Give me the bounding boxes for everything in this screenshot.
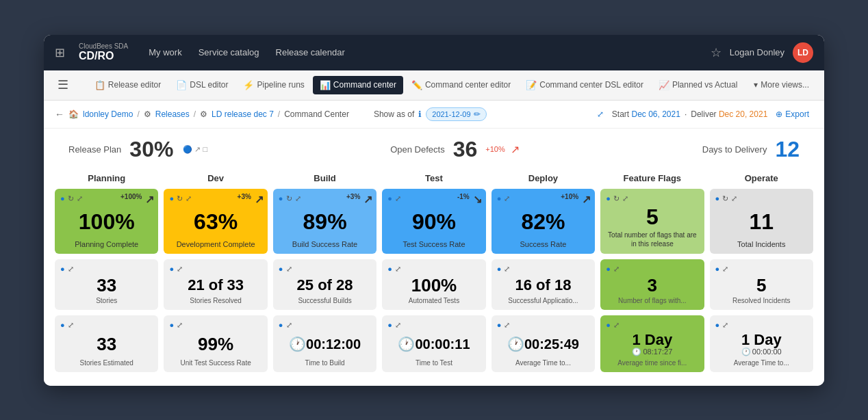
row3-cards: ● ⤢ 33 Stories Estimated ● ⤢ 99% Unit Te…: [55, 315, 813, 372]
card-dot-icon: ●: [387, 194, 392, 202]
card-planning-main[interactable]: ● ↻ ⤢ +100% ↗ 100% Planning Complete: [55, 189, 158, 254]
card-value: 5: [606, 206, 698, 228]
card-arrow-icon: ↗: [363, 193, 372, 206]
chevron-down-icon: ▾: [754, 80, 758, 90]
card-label: Success Rate: [497, 240, 589, 248]
card-refresh-icon: ↻: [286, 194, 292, 203]
card-value: 33: [60, 332, 153, 356]
card-expand-icon: ⤢: [186, 194, 192, 203]
card-feature-flags-main[interactable]: ● ↻ ⤢ 5 Total number of flags that are i…: [600, 189, 704, 254]
card-label: Automated Tests: [387, 297, 480, 304]
card-expand-icon: ⤢: [504, 265, 510, 274]
sub-clock-icon: 🕐: [632, 347, 641, 356]
card-feature-flags-time[interactable]: ● ⤢ 1 Day 🕐 08:17:27 Average time since …: [600, 315, 704, 372]
nav-release-calendar[interactable]: Release calendar: [276, 47, 345, 57]
card-label: Stories Estimated: [60, 359, 153, 367]
tab-dsl-editor[interactable]: 📄 DSL editor: [169, 76, 235, 94]
card-label: Time to Build: [279, 359, 371, 367]
card-dot-icon: ●: [715, 194, 720, 202]
card-operate-time[interactable]: ● ⤢ 1 Day 🕐 00:00:00 Average Time to...: [710, 315, 813, 372]
back-button[interactable]: ←: [55, 109, 64, 120]
days-value: 12: [775, 137, 800, 162]
tab-planned-vs-actual[interactable]: 📈 Planned vs Actual: [652, 76, 744, 94]
open-defects-badge: +10%: [485, 145, 505, 153]
row1-cards: ● ↻ ⤢ +100% ↗ 100% Planning Complete ● ↻…: [55, 189, 813, 254]
card-build-builds[interactable]: ● ⤢ 25 of 28 Successful Builds: [273, 259, 376, 310]
nav-service-catalog[interactable]: Service catalog: [199, 47, 259, 57]
card-refresh-icon: ↻: [613, 194, 620, 203]
card-refresh-icon: ↻: [177, 194, 183, 203]
expand-button[interactable]: ⤢: [593, 108, 608, 120]
card-deploy-main[interactable]: ● ⤢ +10% ↗ 82% Success Rate: [492, 189, 595, 254]
more-views-button[interactable]: ▾ More views...: [747, 76, 816, 94]
card-arrow-icon: ↘: [473, 193, 482, 206]
card-dot-icon: ●: [279, 194, 283, 202]
card-dot-icon: ●: [606, 265, 611, 273]
grid-icon[interactable]: ⊞: [55, 45, 65, 60]
edit-date-icon[interactable]: ✏: [474, 109, 481, 119]
app-title: CloudBees SDA CD/RO: [79, 42, 128, 62]
card-dot-icon: ●: [497, 194, 502, 202]
card-deploy-time[interactable]: ● ⤢ 🕐 00:25:49 Average Time to...: [492, 315, 595, 372]
card-dot-icon: ●: [387, 265, 392, 273]
card-label: Time to Test: [387, 359, 480, 367]
breadcrumb-releases[interactable]: Releases: [155, 109, 190, 119]
card-arrow-icon: ↗: [582, 193, 591, 206]
days-label: Days to Delivery: [702, 144, 767, 155]
row2-cards: ● ⤢ 33 Stories ● ⤢ 21 of 33 Stories Reso…: [55, 259, 813, 310]
command-center-editor-icon: ✏️: [411, 80, 422, 90]
card-expand-icon: ⤢: [722, 265, 728, 274]
card-dot-icon: ●: [60, 321, 65, 329]
card-dot-icon: ●: [387, 321, 392, 329]
card-dev-unit-test[interactable]: ● ⤢ 99% Unit Test Success Rate: [164, 315, 267, 372]
card-feature-flags-3[interactable]: ● ⤢ 3 Number of flags with...: [600, 259, 704, 310]
breadcrumb-ld-release[interactable]: LD release dec 7: [212, 109, 274, 119]
show-as-of-date[interactable]: 2021-12-09 ✏: [426, 107, 486, 121]
card-dev-stories[interactable]: ● ⤢ 21 of 33 Stories Resolved: [164, 259, 267, 310]
card-label: Total number of flags that are in this r…: [606, 231, 698, 248]
export-button[interactable]: ⊕ Export: [771, 108, 813, 120]
card-dot-icon: ●: [169, 321, 174, 329]
card-badge: +100%: [120, 193, 142, 200]
summary-row: Release Plan 30% 🔵 ↗ □ Open Defects 36 +…: [55, 137, 813, 162]
card-operate-resolved[interactable]: ● ⤢ 5 Resolved Incidents: [710, 259, 813, 310]
card-planning-stories[interactable]: ● ⤢ 33 Stories: [55, 259, 158, 310]
breadcrumb-current: Command Center: [284, 109, 349, 119]
info-icon: ℹ: [418, 109, 422, 119]
card-dev-main[interactable]: ● ↻ ⤢ +3% ↗ 63% Development Complete: [164, 189, 267, 254]
card-value: 11: [715, 206, 808, 237]
card-deploy-apps[interactable]: ● ⤢ 16 of 18 Successful Applicatio...: [492, 259, 595, 310]
card-test-time[interactable]: ● ⤢ 🕐 00:00:11 Time to Test: [382, 315, 485, 372]
nav-my-work[interactable]: My work: [149, 47, 181, 57]
card-label: Stories: [60, 297, 153, 304]
command-center-dsl-icon: 📝: [526, 80, 537, 90]
card-planning-estimated[interactable]: ● ⤢ 33 Stories Estimated: [55, 315, 158, 372]
card-refresh-icon: ↻: [68, 194, 74, 203]
card-test-main[interactable]: ● ⤢ -1% ↘ 90% Test Success Rate: [382, 189, 485, 254]
main-content: Release Plan 30% 🔵 ↗ □ Open Defects 36 +…: [44, 129, 824, 386]
days-to-delivery-metric: Days to Delivery 12: [702, 137, 800, 162]
card-dot-icon: ●: [497, 321, 502, 329]
card-expand-icon: ⤢: [295, 194, 301, 203]
col-build: Build: [273, 172, 376, 185]
card-expand-icon: ⤢: [613, 321, 620, 330]
card-sub-value: 🕐 00:00:00: [715, 347, 808, 356]
card-label: Average Time to...: [715, 359, 808, 367]
deliver-label: Deliver Dec 20, 2021: [691, 109, 767, 119]
tab-command-center-dsl[interactable]: 📝 Command center DSL editor: [519, 76, 650, 94]
tab-command-center-editor[interactable]: ✏️ Command center editor: [405, 76, 518, 94]
card-badge: +3%: [346, 193, 360, 200]
tab-command-center[interactable]: 📊 Command center: [313, 76, 403, 94]
open-defects-label: Open Defects: [390, 144, 445, 155]
card-build-time[interactable]: ● ⤢ 🕐 00:12:00 Time to Build: [273, 315, 376, 372]
card-value: 33: [60, 276, 153, 294]
card-build-main[interactable]: ● ↻ ⤢ +3% ↗ 89% Build Success Rate: [273, 189, 376, 254]
tab-release-editor[interactable]: 📋 Release editor: [88, 76, 168, 94]
card-label: Successful Builds: [279, 297, 371, 304]
star-icon[interactable]: ☆: [711, 45, 722, 60]
card-operate-main[interactable]: ● ↻ ⤢ 11 Total Incidents: [710, 189, 813, 254]
card-test-automated[interactable]: ● ⤢ 100% Automated Tests: [382, 259, 485, 310]
breadcrumb-ldonley[interactable]: ldonley Demo: [83, 109, 133, 119]
hamburger-button[interactable]: ☰: [52, 75, 74, 95]
tab-pipeline-runs[interactable]: ⚡ Pipeline runs: [236, 76, 311, 94]
